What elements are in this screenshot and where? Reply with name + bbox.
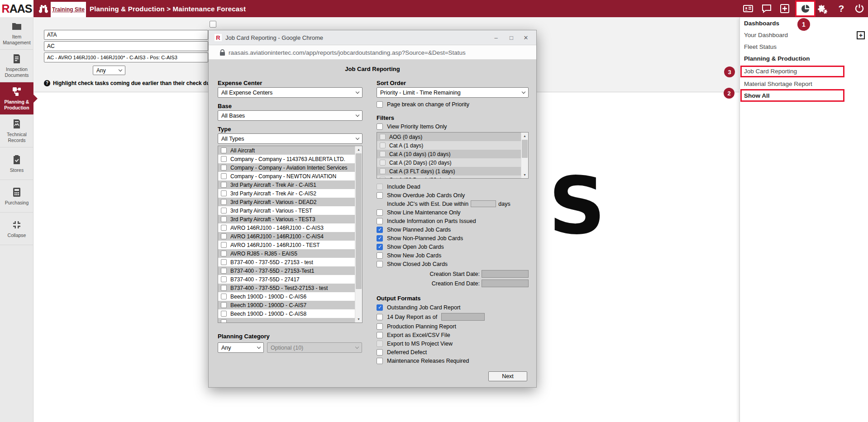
priority-row[interactable]: Cat A (30 Days) (30 days) [377,175,521,179]
view-priority-checkbox[interactable] [377,123,383,130]
priority-checkbox[interactable] [380,134,386,140]
aircraft-checkbox[interactable] [221,225,227,231]
priority-row[interactable]: AOG (0 days) [377,133,521,141]
priority-row[interactable]: Cat A (3 FLT days) (1 days) [377,167,521,175]
aircraft-row[interactable]: AVRO 146RJ100 - 146RJ100 - C-AIS3 [218,223,355,232]
filter-row[interactable]: Show Open Job Cards [377,242,529,251]
scroll-up-icon[interactable]: ▲ [521,133,528,139]
aircraft-row[interactable]: B737-400 - 737-55D - 27153-Test1 [218,266,355,275]
output-format-checkbox[interactable] [377,349,383,356]
creation-start-input[interactable] [482,270,529,278]
priority-row[interactable]: Cat A (1 days) [377,141,521,150]
tab-training-site[interactable]: Training Site [51,2,86,17]
aircraft-row[interactable]: All Aircraft [218,146,355,155]
filter-row[interactable]: Include Dead [377,182,529,191]
aircraft-row[interactable]: 3rd Party Aircraft - Various - DEAD2 [218,198,355,206]
priority-list-scrollbar[interactable]: ▲ ▼ [521,133,528,178]
sidebar-item-collapse[interactable]: Collapse [0,213,33,245]
output-format-row[interactable]: Production Planning Report [377,322,529,331]
aircraft-checkbox[interactable] [221,251,227,256]
aircraft-checkbox[interactable] [221,285,227,291]
popup-url-bar[interactable]: raasais.aviationintertec.com/app/reports… [209,45,536,60]
aircraft-checkbox[interactable] [221,147,227,153]
priority-row[interactable]: Cat A (20 Days) (20 days) [377,158,521,167]
filter-row[interactable]: Show Planned Job Cards [377,225,529,234]
priority-checkbox[interactable] [380,160,386,166]
add-dashboard-icon[interactable]: + [857,31,865,39]
priority-list[interactable]: AOG (0 days) Cat A (1 days) Cat A (10 da… [377,132,529,179]
priority-checkbox[interactable] [380,142,386,148]
filter-checkbox[interactable] [377,184,383,190]
aircraft-checkbox[interactable] [221,242,227,248]
aircraft-row[interactable]: 3rd Party Aircraft - Trek Air - C-AIS1 [218,180,355,189]
aircraft-row[interactable]: Beech 1900D - 1900D - C-AIS7 [218,301,355,309]
aircraft-checkbox[interactable] [221,302,227,308]
scroll-down-icon[interactable]: ▼ [355,316,362,322]
aircraft-checkbox[interactable] [221,319,227,323]
search-input-1[interactable]: ATA [44,30,208,40]
output-format-checkbox[interactable] [377,314,383,320]
aircraft-row[interactable]: Beech 1900D - 1900D - C-AIS8 [218,309,355,318]
filter-row[interactable]: Show Overdue Job Cards Only [377,191,529,199]
priority-checkbox[interactable] [380,151,386,157]
aircraft-row[interactable]: 3rd Party Aircraft - Trek Air - C-AIS2 [218,189,355,198]
sidebar-item-planning-production[interactable]: Planning & Production [0,82,33,115]
search-input-2[interactable]: AC [44,41,208,51]
dashboards-pie-icon-active[interactable] [795,0,816,17]
sidebar-item-stores[interactable]: Stores [0,147,33,180]
aircraft-row[interactable] [218,318,355,323]
binoculars-search-icon[interactable] [38,3,49,14]
scroll-up-icon[interactable]: ▲ [355,146,362,153]
aircraft-row[interactable]: AVRO 146RJ100 - 146RJ100 - TEST [218,241,355,249]
menu-item-material-shortage-report[interactable]: Material Shortage Report [744,81,812,87]
aircraft-row[interactable]: 3rd Party Aircraft - Various - TEST3 [218,215,355,223]
planning-category-optional-select[interactable]: Optional (10) [267,342,362,353]
aircraft-row[interactable]: Company - Company - 1143763 ALBERTA LTD. [218,155,355,163]
filter-checkbox[interactable] [377,192,383,199]
aircraft-row[interactable]: B737-400 - 737-55D - Test2-27153 - test [218,284,355,292]
view-priority-row[interactable]: View Priority Items Only [377,122,529,131]
priority-row[interactable]: Cat A (10 days) (10 days) [377,150,521,158]
search-input-3[interactable]: AC - AVRO 146RJ100 - 146RJ100* - C-AIS3 … [44,52,208,62]
aircraft-checkbox[interactable] [221,311,227,317]
priority-checkbox[interactable] [380,168,386,174]
page-break-checkbox[interactable] [377,101,383,108]
planning-cat-select[interactable]: Any [93,66,125,75]
type-select[interactable]: All Types [218,133,362,144]
raas-logo[interactable]: RAAS [0,0,33,17]
help-icon[interactable]: ? [836,3,847,14]
maximize-button[interactable]: □ [504,30,519,45]
badge-icon[interactable] [743,3,754,14]
filter-checkbox[interactable] [377,218,383,224]
aircraft-row[interactable]: Beech 1900D - 1900D - C-AIS6 [218,292,355,301]
output-format-checkbox[interactable] [377,358,383,364]
menu-item-show-all[interactable]: Show All [744,92,770,99]
help-circle-icon[interactable]: ? [44,80,50,86]
aircraft-row[interactable]: Company - Company - Aviation Intertec Se… [218,163,355,172]
aircraft-multiselect-list[interactable]: All Aircraft Company - Company - 1143763… [218,146,362,323]
power-icon[interactable] [854,3,865,14]
expense-center-select[interactable]: All Expense Centers [218,87,362,98]
aircraft-row[interactable]: B737-400 - 737-55D - 27153 - test [218,258,355,266]
aircraft-list-scrollbar[interactable]: ▲ ▼ [355,146,362,322]
aircraft-checkbox[interactable] [221,216,227,222]
est-due-days-input[interactable] [471,200,496,207]
aircraft-row[interactable]: Company - Company - NEWTON AVIATION [218,172,355,180]
aircraft-checkbox[interactable] [221,156,227,162]
output-format-row[interactable]: Deferred Defect [377,348,529,356]
filter-checkbox[interactable] [377,252,383,259]
filter-checkbox[interactable] [377,209,383,216]
page-break-row[interactable]: Page break on change of Priority [377,100,529,109]
aircraft-checkbox[interactable] [221,190,227,196]
menu-item-fleet-status[interactable]: Fleet Status [744,43,777,50]
output-format-row[interactable]: Export as Excel/CSV File [377,331,529,339]
add-widget-icon[interactable] [779,3,790,14]
output-format-checkbox[interactable] [377,332,383,338]
planning-category-select[interactable]: Any [218,342,264,353]
output-format-checkbox[interactable] [377,304,383,311]
aircraft-row[interactable]: AVRO RJ85 - RJ85 - EAIS5 [218,249,355,258]
popup-title-bar[interactable]: R Job Card Reporting - Google Chrome – □… [209,30,536,45]
chat-icon[interactable] [761,3,772,14]
sidebar-item-item-management[interactable]: Item Management [0,17,33,50]
menu-item-your-dashboard[interactable]: Your Dashboard [744,32,788,38]
